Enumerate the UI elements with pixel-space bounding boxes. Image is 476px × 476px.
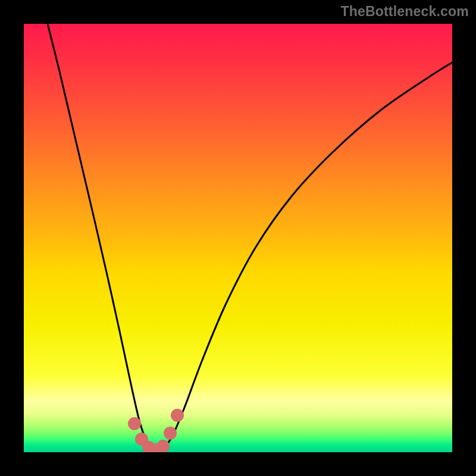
curve-markers [128,409,184,452]
curve-marker [164,427,177,440]
curve-marker [171,409,184,422]
plot-area [24,24,452,452]
curve-layer [24,24,452,452]
chart-frame: TheBottleneck.com [0,0,476,476]
bottleneck-curve [48,24,452,452]
watermark-text: TheBottleneck.com [340,4,469,20]
curve-marker [128,417,141,430]
curve-marker [156,440,170,452]
